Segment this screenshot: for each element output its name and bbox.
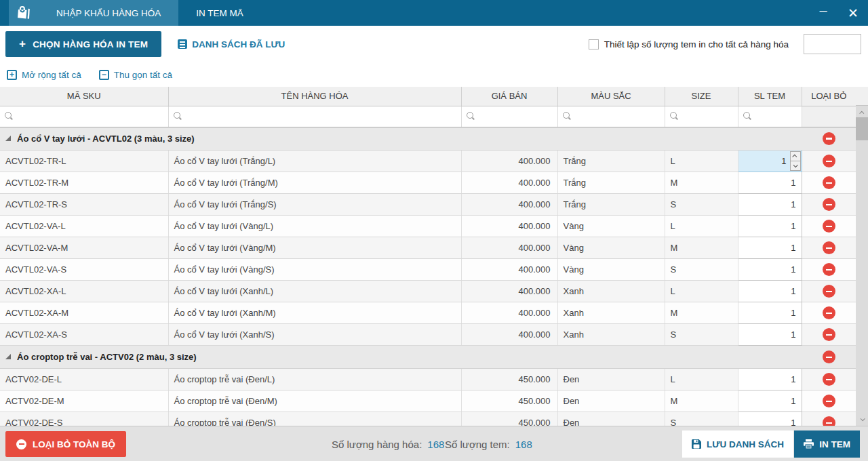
- filter-qty-input[interactable]: [738, 106, 802, 127]
- column-header-qty[interactable]: SL TEM: [738, 87, 802, 106]
- size-cell: L: [665, 216, 738, 237]
- qty-cell[interactable]: 1: [738, 390, 802, 412]
- filter-size-input[interactable]: [665, 106, 738, 127]
- remove-cell: [802, 346, 856, 369]
- filter-name-input[interactable]: [168, 106, 461, 127]
- group-label[interactable]: Áo cổ V tay lưới - ACVTL02 (3 màu, 3 siz…: [0, 127, 802, 151]
- price-cell: 400.000: [461, 151, 557, 172]
- floppy-disk-icon: [692, 439, 701, 449]
- group-label[interactable]: Áo croptop trễ vai - ACTV02 (2 màu, 3 si…: [0, 346, 802, 369]
- qty-cell[interactable]: 1: [738, 302, 802, 324]
- group-row[interactable]: Áo croptop trễ vai - ACTV02 (2 màu, 3 si…: [0, 346, 856, 369]
- column-header-size[interactable]: SIZE: [665, 87, 738, 106]
- remove-cell: [802, 302, 856, 324]
- sku-cell: ACVTL02-XA-M: [0, 302, 168, 324]
- expand-all-label: Mở rộng tất cả: [22, 70, 81, 80]
- minimize-button[interactable]: –: [808, 0, 838, 26]
- color-cell: Xanh: [557, 324, 665, 346]
- scrollbar-thumb[interactable]: [856, 117, 868, 140]
- remove-row-button[interactable]: [823, 198, 835, 211]
- color-cell: Vàng: [557, 259, 665, 281]
- table-row: ACVTL02-XA-LÁo cổ V tay lưới (Xanh/L)400…: [0, 281, 856, 302]
- table-row: ACVTL02-VA-LÁo cổ V tay lưới (Vàng/L)400…: [0, 216, 856, 237]
- print-stamps-button[interactable]: IN TEM: [794, 430, 860, 458]
- remove-cell: [802, 237, 856, 259]
- scroll-down-arrow-icon[interactable]: [856, 414, 868, 424]
- remove-row-button[interactable]: [823, 285, 835, 298]
- qty-cell[interactable]: 1: [738, 172, 802, 194]
- price-cell: 400.000: [461, 194, 557, 216]
- remove-cell: [802, 369, 856, 390]
- save-list-button[interactable]: LƯU DANH SÁCH: [682, 430, 793, 458]
- remove-cell: [802, 127, 856, 151]
- spin-up-button[interactable]: [790, 151, 801, 161]
- column-header-price[interactable]: GIÁ BÁN: [461, 87, 557, 106]
- group-row[interactable]: Áo cổ V tay lưới - ACVTL02 (3 màu, 3 siz…: [0, 127, 856, 151]
- remove-row-button[interactable]: [823, 416, 835, 426]
- column-header-remove: LOẠI BỎ: [802, 87, 856, 106]
- column-header-color[interactable]: MÀU SẮC: [557, 87, 665, 106]
- qty-cell[interactable]: 1: [738, 412, 802, 426]
- remove-all-button[interactable]: LOẠI BỎ TOÀN BỘ: [5, 431, 126, 457]
- set-all-qty-checkbox[interactable]: [589, 39, 599, 49]
- remove-row-button[interactable]: [823, 350, 835, 363]
- qty-cell[interactable]: 1: [738, 281, 802, 302]
- search-icon: [743, 112, 751, 120]
- color-cell: Vàng: [557, 237, 665, 259]
- color-cell: Trắng: [557, 151, 665, 172]
- remove-row-button[interactable]: [823, 241, 835, 254]
- price-cell: 400.000: [461, 216, 557, 237]
- qty-cell[interactable]: 1: [738, 237, 802, 259]
- saved-list-button[interactable]: DANH SÁCH ĐÃ LƯU: [178, 39, 285, 49]
- footer-bar: LOẠI BỎ TOÀN BỘ Số lượng hàng hóa: 168 S…: [0, 426, 868, 461]
- header-row: MÃ SKU TÊN HÀNG HÓA GIÁ BÁN MÀU SẮC SIZE…: [0, 87, 856, 106]
- collapse-all-button[interactable]: − Thu gọn tất cả: [99, 70, 172, 80]
- remove-row-button[interactable]: [823, 306, 835, 319]
- tab-in-tem-ma[interactable]: IN TEM MÃ: [178, 0, 261, 26]
- qty-cell[interactable]: 1: [738, 324, 802, 346]
- size-cell: L: [665, 281, 738, 302]
- product-count-value: 168: [427, 439, 444, 450]
- remove-row-button[interactable]: [823, 373, 835, 386]
- remove-cell: [802, 412, 856, 426]
- expand-all-button[interactable]: + Mở rộng tất cả: [7, 70, 81, 80]
- qty-cell[interactable]: 1: [738, 369, 802, 390]
- remove-row-button[interactable]: [823, 395, 835, 407]
- remove-row-button[interactable]: [823, 220, 835, 233]
- color-cell: Đen: [557, 369, 665, 390]
- qty-cell[interactable]: 1: [738, 216, 802, 237]
- qty-cell[interactable]: 1: [738, 194, 802, 216]
- price-cell: 400.000: [461, 259, 557, 281]
- filter-price-input[interactable]: [461, 106, 557, 127]
- remove-row-button[interactable]: [823, 132, 835, 145]
- scroll-up-arrow-icon[interactable]: [856, 107, 868, 118]
- minus-square-icon: −: [99, 70, 109, 80]
- qty-all-input[interactable]: [804, 34, 861, 54]
- filter-color-input[interactable]: [557, 106, 665, 127]
- spin-down-button[interactable]: [790, 161, 801, 171]
- titlebar-spacer: [261, 0, 808, 26]
- name-cell: Áo croptop trễ vai (Đen/S): [168, 412, 461, 426]
- qty-cell[interactable]: 1: [738, 151, 802, 172]
- column-header-name[interactable]: TÊN HÀNG HÓA: [168, 87, 461, 106]
- grid-viewport[interactable]: Áo cổ V tay lưới - ACVTL02 (3 màu, 3 siz…: [0, 127, 868, 426]
- table-row: ACTV02-DE-MÁo croptop trễ vai (Đen/M)450…: [0, 390, 856, 412]
- collapse-triangle-icon[interactable]: [5, 354, 11, 359]
- tab-nhap-khau-hang-hoa[interactable]: NHẬP KHẨU HÀNG HÓA: [39, 0, 178, 26]
- choose-products-button[interactable]: + CHỌN HÀNG HÓA IN TEM: [5, 31, 161, 57]
- remove-row-button[interactable]: [823, 176, 835, 189]
- column-header-sku[interactable]: MÃ SKU: [0, 87, 168, 106]
- collapse-triangle-icon[interactable]: [5, 136, 11, 141]
- vertical-scrollbar[interactable]: [856, 106, 868, 426]
- filter-sku-input[interactable]: [0, 106, 168, 127]
- search-icon: [174, 112, 182, 120]
- remove-row-button[interactable]: [823, 328, 835, 341]
- qty-cell[interactable]: 1: [738, 259, 802, 281]
- remove-row-button[interactable]: [823, 263, 835, 276]
- search-icon: [5, 112, 13, 120]
- remove-row-button[interactable]: [823, 155, 835, 167]
- close-button[interactable]: ✕: [838, 0, 868, 26]
- list-icon: [178, 39, 187, 49]
- remove-cell: [802, 324, 856, 346]
- name-cell: Áo cổ V tay lưới (Xanh/M): [168, 302, 461, 324]
